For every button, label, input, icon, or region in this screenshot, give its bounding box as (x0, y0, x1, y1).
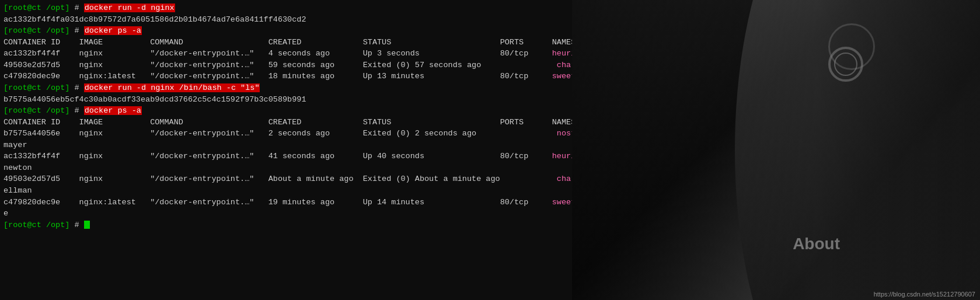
terminal-line-7: [root@ct /opt] # docker run -d nginx /bi… (4, 82, 569, 94)
image-panel: About https://blog.csdn.net/s15212790607 (572, 0, 980, 300)
terminal-line-1: [root@ct /opt] # docker run -d nginx (4, 2, 569, 14)
terminal-line-hash1: ac1332bf4f4fa031dc8b97572d7a6051586d2b01… (4, 14, 569, 26)
terminal-cursor (84, 221, 90, 229)
table-row-2: 49503e2d57d5 nginx "/docker-entrypoint.…… (4, 60, 569, 71)
about-label: About (793, 235, 840, 253)
terminal-line-9: [root@ct /opt] # docker ps -a (4, 105, 569, 117)
watermark-url: https://blog.csdn.net/s15212790607 (874, 291, 975, 298)
terminal-line-hash2: b7575a44056eb5cf4c30ab0acdf33eab9dcd3766… (4, 94, 569, 106)
bracelet-inner (834, 53, 857, 76)
table-row-b2-cont: newton (4, 162, 569, 174)
terminal-panel: [root@ct /opt] # docker run -d nginx ac1… (0, 0, 572, 300)
table-row-3: c479820dec9e nginx:latest "/docker-entry… (4, 71, 569, 82)
table-row-b4-cont: e (4, 208, 569, 219)
table-header-1: CONTAINER ID IMAGE COMMAND CREATED STATU… (4, 37, 569, 48)
background-image (572, 0, 980, 300)
terminal-prompt-cursor: [root@ct /opt] # (4, 219, 569, 231)
table-row-b2: ac1332bf4f4f nginx "/docker-entrypoint.…… (4, 151, 569, 162)
table-row-1: ac1332bf4f4f nginx "/docker-entrypoint.…… (4, 48, 569, 60)
table-row-b3-cont: ellman (4, 185, 569, 197)
table-header-2: CONTAINER ID IMAGE COMMAND CREATED STATU… (4, 117, 569, 128)
table-row-b1: b7575a44056e nginx "/docker-entrypoint.…… (4, 128, 569, 139)
overlay (572, 0, 980, 300)
table-row-b3: 49503e2d57d5 nginx "/docker-entrypoint.…… (4, 173, 569, 185)
table-row-b1-cont: mayer (4, 139, 569, 151)
terminal-line-3: [root@ct /opt] # docker ps -a (4, 25, 569, 37)
table-row-b4: c479820dec9e nginx:latest "/docker-entry… (4, 197, 569, 208)
